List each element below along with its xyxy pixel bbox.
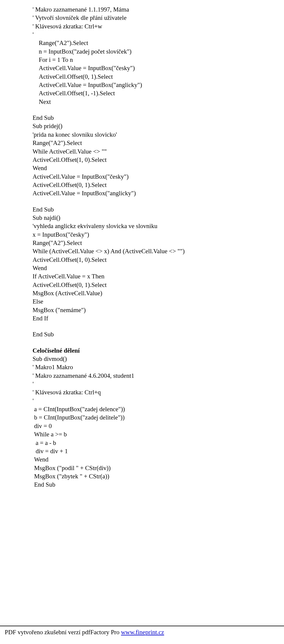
code-line: ' [33, 397, 284, 405]
footer-link[interactable]: www.fineprint.cz [121, 629, 164, 636]
spacer [33, 106, 284, 114]
code-line: While ActiveCell.Value <> "" [33, 147, 284, 156]
code-line: b = CInt(InputBox("zadej delitele")) [33, 413, 284, 422]
code-line: ActiveCell.Offset(0, 1).Select [33, 181, 284, 189]
code-line: End Sub [33, 114, 284, 122]
code-line: div = div + 1 [33, 447, 284, 455]
code-line: ' Makro1 Makro [33, 363, 284, 371]
code-line: ActiveCell.Offset(1, -1).Select [33, 89, 284, 97]
code-line: ActiveCell.Value = InputBox("česky") [33, 172, 284, 181]
code-line: div = 0 [33, 422, 284, 430]
code-line: MsgBox ("nemáme") [33, 306, 284, 314]
code-line: 'vyhleda anglickz ekvivaleny slovicka ve… [33, 222, 284, 230]
code-line: ActiveCell.Offset(1, 0).Select [33, 156, 284, 164]
code-line: MsgBox (ActiveCell.Value) [33, 289, 284, 297]
code-line: n = InputBox("zadej počet slovíček") [33, 47, 284, 56]
code-block-1: ' Makro zaznamenané 1.1.1997, Máma' Vytv… [33, 5, 284, 106]
code-line: If ActiveCell.Value = x Then [33, 272, 284, 280]
code-line: Range("A2").Select [33, 239, 284, 247]
code-line: ' Makro zaznamenané 1.1.1997, Máma [33, 5, 284, 14]
code-line: End Sub [33, 480, 284, 489]
code-line: Next [33, 98, 284, 106]
code-block-4: End Sub [33, 330, 284, 338]
code-line: x = InputBox("česky") [33, 230, 284, 239]
code-line: Sub najdi() [33, 214, 284, 222]
spacer [33, 322, 284, 330]
spacer [33, 198, 284, 205]
code-line: Else [33, 297, 284, 306]
code-line: ' Makro zaznamenané 4.6.2004, student1 [33, 372, 284, 380]
code-line: End Sub [33, 205, 284, 214]
code-line: ' Klávesová zkratka: Ctrl+w [33, 22, 284, 30]
code-line: a = a - b [33, 439, 284, 447]
page-footer: PDF vytvořeno zkušební verzí pdfFactory … [0, 626, 284, 636]
code-line: While (ActiveCell.Value <> x) And (Activ… [33, 247, 284, 255]
code-line: End Sub [33, 330, 284, 338]
code-line: ' Vytvoří slovníček dle přání uživatele [33, 14, 284, 22]
spacer [33, 339, 284, 346]
code-line: End If [33, 314, 284, 322]
code-block-3: End SubSub najdi()'vyhleda anglickz ekvi… [33, 205, 284, 323]
code-line: Wend [33, 264, 284, 272]
code-line: Sub pridej() [33, 122, 284, 130]
code-line: MsgBox ("podil " + CStr(div)) [33, 464, 284, 472]
code-line: ' [33, 380, 284, 388]
code-line: MsgBox ("zbytek " + CStr(a)) [33, 472, 284, 480]
footer-text: PDF vytvořeno zkušební verzí pdfFactory … [5, 629, 121, 636]
code-line: Range("A2").Select [33, 39, 284, 47]
code-line: While a >= b [33, 430, 284, 438]
section-heading: Celočíselné dělení [33, 346, 284, 355]
code-line: Range("A2").Select [33, 139, 284, 147]
code-line: Sub divmod() [33, 355, 284, 363]
code-block-5: Sub divmod()' Makro1 Makro' Makro zaznam… [33, 355, 284, 489]
code-line: a = CInt(InputBox("zadej delence")) [33, 405, 284, 413]
document-page: ' Makro zaznamenané 1.1.1997, Máma' Vytv… [0, 0, 284, 644]
code-line: ActiveCell.Offset(0, 1).Select [33, 281, 284, 289]
code-line: ' Klávesová zkratka: Ctrl+q [33, 388, 284, 396]
code-line: ActiveCell.Value = InputBox("anglicky") [33, 189, 284, 197]
code-line: ActiveCell.Offset(1, 0).Select [33, 256, 284, 264]
code-line: ActiveCell.Value = InputBox("česky") [33, 64, 284, 72]
code-line: ActiveCell.Offset(0, 1).Select [33, 72, 284, 81]
code-line: ' [33, 30, 284, 39]
code-line: 'prida na konec slovniku slovicko' [33, 130, 284, 139]
code-line: For i = 1 To n [33, 56, 284, 64]
code-line: Wend [33, 164, 284, 172]
code-line: ActiveCell.Value = InputBox("anglicky") [33, 81, 284, 89]
code-line: Wend [33, 455, 284, 464]
code-block-2: End SubSub pridej()'prida na konec slovn… [33, 114, 284, 197]
